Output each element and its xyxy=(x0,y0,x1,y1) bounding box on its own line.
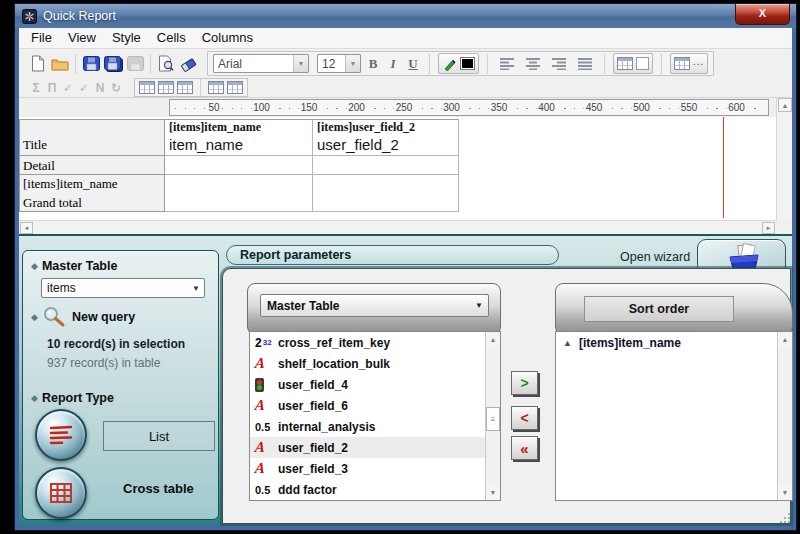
field-list-item[interactable]: Auser_field_2 xyxy=(250,437,485,458)
field-list-item[interactable]: 232cross_ref_item_key xyxy=(250,332,485,353)
list-report-button[interactable] xyxy=(35,409,87,461)
field-list-item[interactable]: 0.5ddd factor xyxy=(250,479,485,500)
format-eraser-icon[interactable] xyxy=(177,54,199,74)
sort-order-list[interactable]: ▲[items]item_name ▲ ▼ xyxy=(555,331,793,501)
app-icon xyxy=(22,9,37,24)
menu-file[interactable]: File xyxy=(23,28,60,48)
report-parameters-panel: Master Table ▼ 232cross_ref_item_keyAshe… xyxy=(222,268,791,524)
scroll-right-arrow[interactable]: ▸ xyxy=(762,222,775,234)
field-name: user_field_4 xyxy=(278,378,348,392)
underline-button[interactable]: U xyxy=(405,56,421,72)
scroll-up-arrow[interactable]: ▲ xyxy=(778,332,792,347)
field-name: shelf_location_bulk xyxy=(278,357,390,371)
arrow-bullet-icon: ◆ xyxy=(31,261,38,271)
field-list-item[interactable]: Ashelf_location_bulk xyxy=(250,353,485,374)
list-icon xyxy=(47,423,75,447)
insert-column-left-icon[interactable] xyxy=(208,81,224,94)
field-list-item[interactable]: 0.5internal_analysis xyxy=(250,416,485,437)
row-label-grand-total[interactable]: Grand total xyxy=(19,193,165,212)
scroll-up-arrow[interactable]: ▲ xyxy=(778,98,792,112)
combo-arrow-icon[interactable]: ▼ xyxy=(470,301,488,310)
print-preview-icon[interactable] xyxy=(155,54,177,74)
grand-total-cell[interactable] xyxy=(313,193,459,212)
sort-list-item[interactable]: ▲[items]item_name xyxy=(556,332,777,354)
list-type-selected-frame[interactable]: List xyxy=(103,421,215,451)
new-document-icon[interactable] xyxy=(27,54,49,74)
field-list-item[interactable]: Auser_field_3 xyxy=(250,458,485,479)
cell-fill-button[interactable] xyxy=(613,53,653,74)
menu-view[interactable]: View xyxy=(60,28,104,48)
format-group: Arial ▼ 12 ▼ B I U xyxy=(207,51,714,76)
font-family-select[interactable]: Arial ▼ xyxy=(213,54,309,73)
ruler-tick-label: 350 xyxy=(489,102,510,114)
menu-style[interactable]: Style xyxy=(104,28,149,48)
scroll-left-arrow[interactable]: ◂ xyxy=(20,222,33,234)
add-column-icon[interactable] xyxy=(139,81,155,94)
scroll-up-arrow[interactable]: ▲ xyxy=(486,332,500,347)
insert-column-right-icon[interactable] xyxy=(227,81,243,94)
font-size-select[interactable]: 12 ▼ xyxy=(317,54,361,73)
ruler-tick-label: 500 xyxy=(631,102,652,114)
alpha-type-icon: A xyxy=(253,460,279,477)
traffic-light-icon xyxy=(255,378,264,392)
field-list-item[interactable]: Auser_field_6 xyxy=(250,395,485,416)
font-color-button[interactable] xyxy=(438,53,479,74)
save-icon[interactable] xyxy=(80,54,102,74)
sum-icon: Σ xyxy=(28,81,44,95)
open-folder-icon[interactable] xyxy=(49,54,71,74)
bold-button[interactable]: B xyxy=(365,56,381,72)
fields-scrollbar[interactable]: ▲ ≡ ▼ xyxy=(485,332,500,500)
horizontal-scrollbar[interactable]: ◂ ▸ xyxy=(19,220,776,234)
remove-all-fields-button[interactable]: « xyxy=(511,436,538,460)
resize-grip[interactable] xyxy=(784,517,786,519)
save-all-icon[interactable] xyxy=(102,54,124,74)
title-cell-user-field-2[interactable]: user_field_2 xyxy=(313,134,459,156)
horizontal-ruler[interactable]: 50100150200250300350400450500550600 xyxy=(169,99,769,116)
cross-table-report-button[interactable] xyxy=(35,467,87,519)
align-right-icon[interactable] xyxy=(548,54,570,74)
row-label-title[interactable]: Title xyxy=(19,134,165,156)
align-left-icon[interactable] xyxy=(496,54,518,74)
title-cell-item-name[interactable]: item_name xyxy=(165,134,313,156)
ruler-tick-label: 400 xyxy=(536,102,557,114)
master-table-select[interactable]: items ▼ xyxy=(41,278,205,298)
report-type-label: ◆ Report Type xyxy=(31,391,114,405)
ruler-tick-label: 250 xyxy=(394,102,415,114)
remove-field-button[interactable]: < xyxy=(511,406,538,430)
detail-cell[interactable] xyxy=(313,156,459,175)
close-button[interactable]: X xyxy=(735,4,790,25)
combo-arrow-icon[interactable]: ▼ xyxy=(345,55,360,72)
ruler-tick-label: 450 xyxy=(584,102,605,114)
field-name: user_field_3 xyxy=(278,462,348,476)
vertical-scrollbar[interactable]: ▲ ▼ xyxy=(776,98,792,234)
new-query-button[interactable]: ◆ New query xyxy=(31,306,135,328)
cell-borders-button[interactable]: ... xyxy=(670,53,708,74)
italic-button[interactable]: I xyxy=(385,56,401,72)
align-justify-icon[interactable] xyxy=(574,54,596,74)
row-label-detail[interactable]: Detail xyxy=(19,156,165,175)
delete-cells-icon[interactable] xyxy=(177,81,193,94)
font-family-value: Arial xyxy=(214,57,293,71)
scroll-down-arrow[interactable]: ▼ xyxy=(486,485,500,500)
add-row-icon[interactable] xyxy=(158,81,174,94)
field-table-select[interactable]: Master Table ▼ xyxy=(260,294,489,317)
window-content: File View Style Cells Columns xyxy=(19,28,792,525)
grand-total-cell[interactable] xyxy=(165,193,313,212)
title-bar[interactable]: Quick Report X xyxy=(15,4,796,28)
report-parameters-header: Report parameters xyxy=(226,245,559,265)
align-center-icon[interactable] xyxy=(522,54,544,74)
menu-columns[interactable]: Columns xyxy=(194,28,261,48)
combo-arrow-icon[interactable]: ▼ xyxy=(188,284,204,293)
sort-scrollbar[interactable]: ▲ ▼ xyxy=(777,332,792,500)
add-field-button[interactable]: > xyxy=(511,371,538,395)
scroll-thumb[interactable]: ≡ xyxy=(486,407,500,431)
available-fields-list[interactable]: 232cross_ref_item_keyAshelf_location_bul… xyxy=(249,331,501,501)
menu-cells[interactable]: Cells xyxy=(149,28,194,48)
window-title: Quick Report xyxy=(43,9,116,23)
detail-cell[interactable] xyxy=(165,156,313,175)
field-name: user_field_2 xyxy=(278,441,348,455)
field-list-item[interactable]: user_field_4 xyxy=(250,374,485,395)
scroll-down-arrow[interactable]: ▼ xyxy=(778,485,792,500)
combo-arrow-icon[interactable]: ▼ xyxy=(293,55,308,72)
field-table-value: Master Table xyxy=(261,299,470,313)
